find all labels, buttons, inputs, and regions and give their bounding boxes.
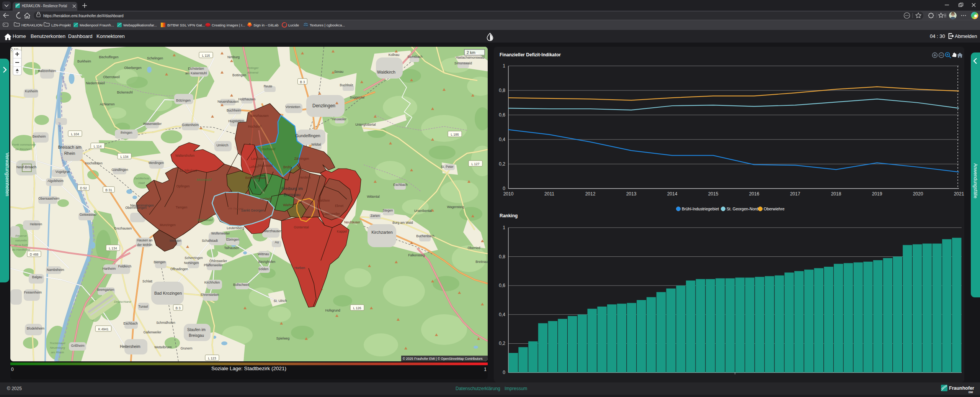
svg-text:2016: 2016 [749,191,760,197]
svg-text:0,2: 0,2 [499,161,505,167]
svg-text:0,8: 0,8 [499,88,505,93]
svg-text:2018: 2018 [831,191,841,197]
svg-text:0,2: 0,2 [499,341,505,346]
svg-text:0,4: 0,4 [499,137,505,142]
svg-text:EMI: EMI [969,391,973,394]
svg-text:© 2025: © 2025 [7,386,22,391]
svg-text:2017: 2017 [790,191,800,197]
svg-text:Datenschutzerklärung: Datenschutzerklärung [456,386,500,391]
svg-text:Oberwiehre: Oberwiehre [764,207,784,211]
svg-text:2015: 2015 [708,191,719,197]
svg-text:St. Georgen-Nord: St. Georgen-Nord [727,207,758,211]
svg-text:0: 0 [503,370,505,375]
svg-text:0,4: 0,4 [499,312,505,317]
svg-text:2010: 2010 [503,191,514,197]
svg-text:2020: 2020 [913,191,923,197]
svg-text:Anwendungsfälle: Anwendungsfälle [973,163,978,198]
svg-text:Verwaltungseinheiten: Verwaltungseinheiten [5,153,9,196]
svg-text:2011: 2011 [544,191,554,197]
svg-text:Finanzieller Defizit-Indikator: Finanzieller Defizit-Indikator [500,52,561,57]
svg-text:Impressum: Impressum [505,386,527,391]
svg-text:0,8: 0,8 [499,254,505,259]
svg-text:2012: 2012 [585,191,596,197]
svg-text:2014: 2014 [667,191,678,197]
svg-text:2013: 2013 [626,191,637,197]
svg-text:Fraunhofer: Fraunhofer [949,386,974,391]
svg-text:0,6: 0,6 [499,112,505,118]
svg-text:2021: 2021 [954,191,964,197]
svg-text:Ranking: Ranking [500,213,518,218]
svg-text:0,6: 0,6 [499,283,505,288]
svg-text:1: 1 [503,225,505,230]
svg-text:2019: 2019 [872,191,882,197]
svg-text:1: 1 [503,63,505,69]
svg-text:0: 0 [503,186,505,191]
svg-text:Brühl-Industriegebiet: Brühl-Industriegebiet [682,207,719,211]
